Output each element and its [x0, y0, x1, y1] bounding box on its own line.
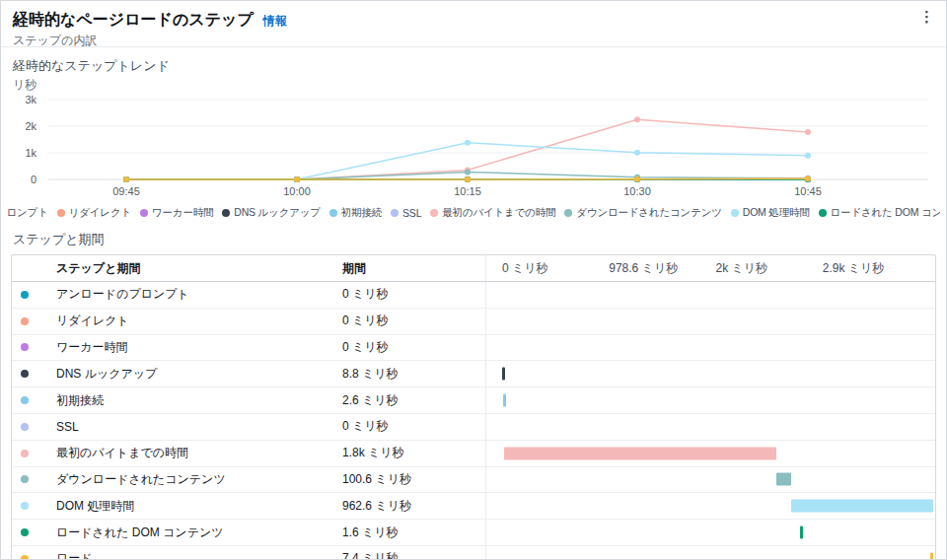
duration-bar: [800, 526, 803, 539]
step-color-dot: [21, 343, 29, 351]
duration-bar-cell: [485, 520, 935, 545]
data-point: [805, 153, 811, 159]
duration-bar-cell: [485, 441, 935, 466]
legend-item[interactable]: SSL: [391, 207, 421, 219]
bar-scale-label: 978.6 ミリ秒: [609, 260, 715, 277]
step-color-dot: [21, 291, 29, 299]
duration-bar-cell: [485, 361, 935, 386]
legend-label: ワーカー時間: [152, 206, 213, 220]
legend-label: DNS ルックアップ: [234, 206, 321, 220]
step-label: 最初のバイトまでの時間: [56, 441, 342, 466]
legend-label: SSL: [402, 207, 421, 219]
data-point: [465, 176, 471, 182]
step-column-header: ステップと期間: [56, 255, 342, 281]
table-row: 初期接続2.6 ミリ秒: [12, 387, 935, 414]
step-label: SSL: [56, 414, 342, 440]
legend-item[interactable]: 最初のバイトまでの時間: [430, 206, 555, 220]
legend-item[interactable]: DOM 処理時間: [731, 206, 810, 220]
legend-dot-icon: [731, 209, 739, 217]
x-axis-tick-label: 10:30: [623, 185, 651, 197]
bar-track: [502, 387, 935, 413]
data-point: [294, 176, 300, 182]
step-duration: 8.8 ミリ秒: [342, 361, 485, 386]
bar-scale-label: 2k ミリ秒: [716, 260, 823, 277]
step-color-cell: [12, 282, 56, 308]
step-duration: 962.6 ミリ秒: [342, 493, 485, 519]
chart-title: 経時的なステップトレンド: [13, 58, 934, 74]
duration-bar-cell: [485, 467, 935, 493]
legend-item[interactable]: アンロードのプロンプト: [7, 206, 48, 220]
step-duration: 100.6 ミリ秒: [342, 467, 485, 493]
step-label: ワーカー時間: [56, 335, 342, 361]
step-color-dot: [21, 396, 29, 404]
duration-bar: [503, 394, 506, 407]
y-axis-tick-label: 1k: [25, 147, 36, 159]
series-DOM 処理時間: [123, 140, 811, 182]
legend-dot-icon: [140, 209, 148, 217]
legend-label: 初期接続: [341, 206, 382, 220]
bar-scale-grid: 0 ミリ秒978.6 ミリ秒2k ミリ秒2.9k ミリ秒: [502, 260, 929, 277]
page-title: 経時的なページロードのステップ: [13, 11, 254, 29]
bar-track: [502, 520, 935, 545]
duration-column-header: 期間: [342, 255, 485, 281]
table-body: アンロードのプロンプト0 ミリ秒リダイレクト0 ミリ秒ワーカー時間0 ミリ秒DN…: [12, 282, 935, 560]
legend-label: リダイレクト: [69, 206, 131, 220]
info-link[interactable]: 情報: [263, 13, 287, 30]
legend-item[interactable]: DNS ルックアップ: [222, 206, 321, 220]
step-color-dot: [21, 528, 29, 536]
legend-label: ロードされた DOM コンテンツ: [831, 206, 940, 220]
actions-menu-button[interactable]: ⋮: [911, 6, 943, 28]
step-color-cell: [12, 361, 56, 386]
y-axis-tick-label: 3k: [25, 94, 36, 105]
step-color-cell: [12, 387, 56, 413]
duration-bar-cell: [485, 309, 935, 334]
legend-item[interactable]: 初期接続: [329, 206, 382, 220]
data-point: [123, 176, 129, 182]
step-color-dot: [21, 502, 29, 510]
duration-bar-cell: [485, 335, 935, 361]
legend-dot-icon: [430, 209, 438, 217]
bar-track: [502, 467, 935, 493]
step-color-dot: [21, 450, 29, 457]
table-row: ダウンロードされたコンテンツ100.6 ミリ秒: [12, 467, 935, 494]
step-duration: 0 ミリ秒: [342, 309, 485, 334]
bar-track: [502, 309, 935, 334]
legend-dot-icon: [564, 209, 572, 217]
bar-track: [502, 335, 935, 361]
step-color-cell: [12, 467, 56, 493]
step-color-cell: [12, 520, 56, 545]
duration-bar: [502, 368, 505, 381]
step-color-dot: [21, 370, 29, 378]
data-point: [465, 169, 471, 175]
data-point: [634, 150, 640, 156]
step-color-cell: [12, 414, 56, 440]
card-header: 経時的なページロードのステップ 情報 ステップの内訳: [1, 1, 946, 47]
vertical-ellipsis-icon: ⋮: [919, 8, 934, 25]
legend-item[interactable]: リダイレクト: [57, 206, 131, 220]
bar-track: [502, 493, 935, 519]
data-point: [634, 116, 640, 122]
legend-item[interactable]: ダウンロードされたコンテンツ: [564, 206, 721, 220]
bar-track: [502, 546, 935, 560]
x-axis-tick-label: 09:45: [112, 185, 140, 197]
step-duration: 0 ミリ秒: [342, 414, 485, 440]
legend-item[interactable]: ロードされた DOM コンテンツ: [819, 206, 940, 220]
step-duration: 0 ミリ秒: [342, 335, 485, 361]
step-label: DNS ルックアップ: [56, 361, 342, 386]
chart-legend: アンロードのプロンプトリダイレクトワーカー時間DNS ルックアップ初期接続SSL…: [7, 206, 940, 220]
step-label: 初期接続: [56, 387, 342, 413]
y-axis-tick-label: 0: [31, 174, 36, 185]
legend-item[interactable]: ワーカー時間: [140, 206, 213, 220]
duration-bar-cell: [485, 282, 935, 308]
table-row: DNS ルックアップ8.8 ミリ秒: [12, 361, 935, 387]
y-axis-unit-label: リ秒: [13, 78, 934, 92]
legend-label: アンロードのプロンプト: [7, 206, 48, 220]
legend-label: DOM 処理時間: [743, 206, 810, 220]
bar-track: [502, 361, 935, 386]
legend-label: 最初のバイトまでの時間: [442, 206, 555, 220]
steps-duration-table: ステップと期間 期間 0 ミリ秒978.6 ミリ秒2k ミリ秒2.9k ミリ秒 …: [11, 254, 936, 560]
y-axis-tick-label: 2k: [25, 120, 36, 132]
bar-track: [502, 282, 935, 308]
table-header-row: ステップと期間 期間 0 ミリ秒978.6 ミリ秒2k ミリ秒2.9k ミリ秒: [12, 255, 935, 282]
step-duration: 2.6 ミリ秒: [342, 387, 485, 413]
